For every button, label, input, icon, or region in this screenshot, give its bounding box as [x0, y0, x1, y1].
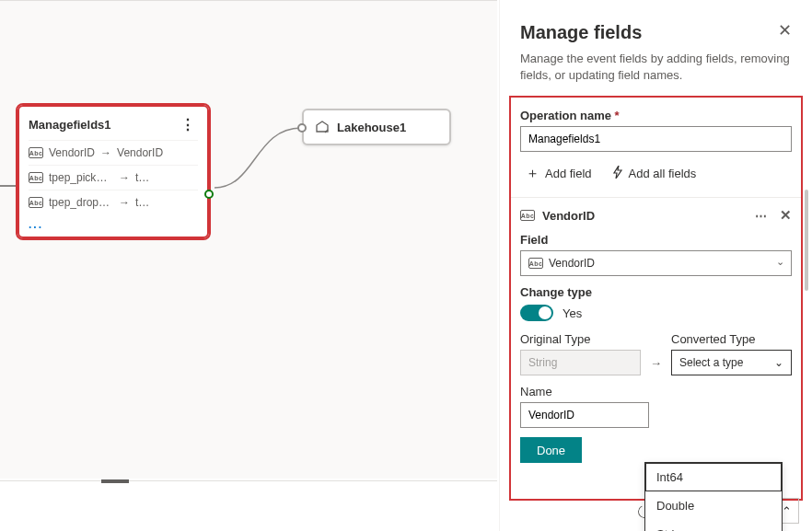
node-field-src: tpep_dropoff_datetime [49, 196, 113, 209]
panel-description: Manage the event fields by adding fields… [500, 51, 812, 96]
original-type-value: String [520, 350, 641, 375]
string-type-icon: Abc [29, 197, 43, 208]
design-canvas[interactable]: Managefields1 ⋮ Abc VendorID → VendorID … [0, 0, 497, 479]
add-all-label: Add all fields [629, 167, 697, 180]
arrow-icon: → [650, 356, 662, 375]
node-field-row: Abc tpep_dropoff_datetime → tpep_dropoff… [29, 190, 198, 214]
node-field-dst: tpep_dropoff_datetime [135, 196, 152, 209]
field-select-value: VendorID [549, 257, 595, 270]
node-field-row: Abc tpep_pickup_datetime → tpep_pickup_d… [29, 165, 198, 190]
dropdown-option-int64[interactable]: Int64 [645, 463, 782, 491]
lakehouse-icon [315, 120, 330, 134]
converted-type-dropdown: Int64 Double String DateTime [644, 462, 783, 531]
canvas-bottom-bar [0, 480, 497, 531]
string-type-icon: Abc [29, 147, 43, 158]
toggle-value-label: Yes [563, 306, 582, 320]
original-type-label: Original Type [520, 332, 641, 346]
name-input[interactable] [520, 402, 649, 428]
operation-name-label: Operation name * [520, 109, 792, 122]
string-type-icon: Abc [29, 172, 43, 183]
add-all-fields-button[interactable]: Add all fields [607, 161, 702, 186]
change-type-toggle[interactable] [520, 305, 553, 321]
chevron-down-icon: ⌄ [774, 356, 783, 369]
app-root: Managefields1 ⋮ Abc VendorID → VendorID … [0, 0, 812, 531]
node-output-port[interactable] [204, 190, 214, 199]
field-header-name: VendorID [542, 209, 595, 223]
more-fields-indicator[interactable]: ... [29, 218, 198, 231]
converted-type-label: Converted Type [671, 332, 792, 346]
dropdown-option-double[interactable]: Double [645, 491, 782, 520]
field-more-button[interactable]: ⋯ [755, 209, 769, 223]
node-field-src: tpep_pickup_datetime [49, 171, 113, 184]
node-field-dst: tpep_pickup_datetime [135, 171, 156, 184]
node-lakehouse-title: Lakehouse1 [337, 121, 406, 134]
node-input-port[interactable] [297, 123, 307, 133]
field-label: Field [520, 233, 792, 247]
panel-body-highlight: Operation name * ＋ Add field Add all fie… [509, 96, 803, 501]
close-icon[interactable]: ✕ [778, 22, 792, 39]
edge-connector [209, 121, 310, 194]
node-managefields[interactable]: Managefields1 ⋮ Abc VendorID → VendorID … [17, 105, 209, 238]
node-lakehouse[interactable]: Lakehouse1 [302, 109, 451, 145]
node-menu-button[interactable]: ⋮ [178, 114, 198, 134]
resize-handle[interactable] [101, 479, 129, 483]
string-type-icon: Abc [528, 258, 543, 269]
arrow-icon: → [119, 196, 130, 209]
scrollbar-thumb[interactable] [805, 190, 808, 291]
node-managefields-title: Managefields1 [29, 118, 111, 132]
manage-fields-panel: Manage fields ✕ Manage the event fields … [499, 0, 812, 531]
node-field-src: VendorID [49, 146, 95, 159]
chevron-up-icon: ⌃ [782, 504, 792, 518]
operation-name-input[interactable] [520, 126, 792, 152]
dropdown-option-string[interactable]: String [645, 520, 782, 531]
field-select[interactable]: Abc VendorID ⌄ [520, 250, 792, 276]
string-type-icon: Abc [520, 210, 535, 221]
plus-icon: ＋ [526, 165, 539, 182]
add-field-label: Add field [545, 167, 592, 180]
name-label: Name [520, 385, 792, 398]
change-type-label: Change type [520, 285, 792, 299]
bolt-icon [612, 166, 623, 181]
converted-type-select[interactable]: Select a type ⌄ [671, 350, 792, 375]
field-remove-button[interactable]: ✕ [780, 207, 792, 224]
done-button[interactable]: Done [520, 437, 582, 463]
add-field-button[interactable]: ＋ Add field [520, 161, 597, 186]
converted-type-placeholder: Select a type [679, 356, 743, 369]
arrow-icon: → [100, 146, 111, 159]
panel-title: Manage fields [520, 22, 642, 43]
node-field-row: Abc VendorID → VendorID [29, 140, 198, 165]
node-field-dst: VendorID [117, 146, 163, 159]
arrow-icon: → [119, 171, 130, 184]
incoming-edge [0, 185, 17, 187]
